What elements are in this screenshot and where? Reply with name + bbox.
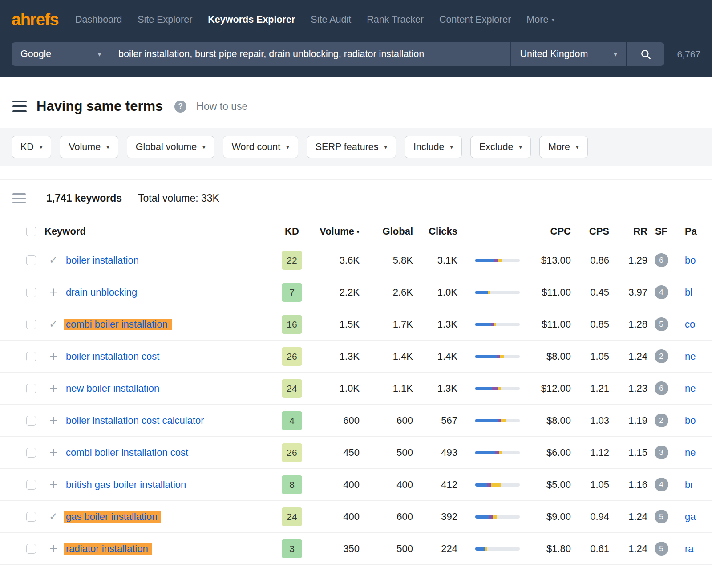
- ahrefs-logo[interactable]: ahrefs: [12, 10, 58, 29]
- filter-include[interactable]: Include▾: [405, 136, 462, 158]
- add-plus-icon[interactable]: +: [43, 286, 64, 299]
- add-plus-icon[interactable]: +: [43, 350, 64, 363]
- parent-topic-link[interactable]: ne: [685, 447, 696, 458]
- filter-word-count[interactable]: Word count▾: [223, 136, 298, 158]
- row-checkbox[interactable]: [26, 512, 36, 522]
- added-check-icon[interactable]: ✓: [43, 254, 64, 266]
- parent-topic-link[interactable]: ne: [685, 351, 696, 362]
- serp-features-count-badge: 4: [655, 285, 668, 299]
- search-button[interactable]: [627, 42, 664, 66]
- nav-item-site-explorer[interactable]: Site Explorer: [138, 14, 192, 25]
- keyword-link[interactable]: new boiler installation: [66, 383, 159, 394]
- clicks-value: 3.1K: [413, 255, 457, 266]
- added-check-icon[interactable]: ✓: [43, 511, 64, 523]
- keyword-link[interactable]: boiler installation cost: [66, 351, 159, 362]
- keyword-link[interactable]: boiler installation: [66, 255, 139, 266]
- row-checkbox[interactable]: [26, 416, 36, 426]
- filter-exclude[interactable]: Exclude▾: [470, 136, 531, 158]
- search-result-count: 6,767: [677, 42, 700, 66]
- volume-value: 400: [306, 511, 360, 523]
- add-plus-icon[interactable]: +: [43, 478, 64, 491]
- row-checkbox[interactable]: [26, 544, 36, 554]
- nav-item-content-explorer[interactable]: Content Explorer: [439, 14, 511, 25]
- list-options-icon[interactable]: [12, 193, 26, 203]
- parent-topic-link[interactable]: ne: [685, 383, 696, 394]
- add-plus-icon[interactable]: +: [43, 414, 64, 427]
- help-icon[interactable]: ?: [174, 101, 186, 113]
- column-header-keyword[interactable]: Keyword: [43, 226, 278, 237]
- parent-topic-link[interactable]: bo: [685, 415, 696, 426]
- parent-topic-link[interactable]: ra: [685, 543, 694, 554]
- parent-topic-link[interactable]: bl: [685, 287, 692, 298]
- add-plus-icon[interactable]: +: [43, 542, 64, 555]
- nav-item-more[interactable]: More▾: [526, 14, 554, 25]
- rr-value: 1.28: [609, 319, 647, 330]
- filter-serp-features[interactable]: SERP features▾: [307, 136, 396, 158]
- keyword-link[interactable]: boiler installation cost calculator: [66, 415, 204, 426]
- filter-global-volume[interactable]: Global volume▾: [127, 136, 214, 158]
- added-check-icon[interactable]: ✓: [43, 318, 64, 330]
- column-header-global[interactable]: Global: [360, 226, 413, 237]
- add-plus-icon[interactable]: +: [43, 382, 64, 395]
- parent-topic-link[interactable]: bo: [685, 255, 696, 266]
- select-all-checkbox[interactable]: [26, 227, 36, 236]
- parent-topic-link[interactable]: co: [685, 319, 695, 330]
- add-plus-icon[interactable]: +: [43, 446, 64, 459]
- rr-value: 1.23: [609, 383, 647, 394]
- chevron-down-icon: ▾: [106, 144, 109, 150]
- row-checkbox[interactable]: [26, 448, 36, 458]
- clicks-distribution-bar: [475, 515, 520, 519]
- column-header-parent-topic[interactable]: Pa: [675, 226, 712, 237]
- row-checkbox[interactable]: [26, 384, 36, 393]
- reports-menu-icon[interactable]: [12, 101, 27, 112]
- row-checkbox[interactable]: [26, 320, 36, 329]
- keywords-input[interactable]: boiler installation, burst pipe repair, …: [110, 42, 511, 66]
- clicks-value: 1.4K: [413, 351, 457, 362]
- filter-kd[interactable]: KD▾: [12, 136, 51, 158]
- keyword-link[interactable]: gas boiler installation: [64, 511, 161, 523]
- cps-value: 1.12: [571, 447, 609, 458]
- global-volume-value: 5.8K: [360, 255, 413, 266]
- country-label: United Kingdom: [520, 49, 588, 60]
- row-checkbox[interactable]: [26, 352, 36, 361]
- country-select[interactable]: United Kingdom ▾: [511, 42, 626, 66]
- nav-item-rank-tracker[interactable]: Rank Tracker: [367, 14, 424, 25]
- serp-features-count-badge: 5: [655, 542, 668, 556]
- filter-more[interactable]: More▾: [539, 136, 588, 158]
- filter-label: Global volume: [136, 142, 197, 153]
- clicks-value: 1.3K: [413, 319, 457, 330]
- column-header-rr[interactable]: RR: [609, 226, 647, 237]
- keyword-link[interactable]: combi boiler installation cost: [66, 447, 188, 458]
- rr-value: 3.97: [609, 287, 647, 298]
- row-checkbox[interactable]: [26, 255, 36, 265]
- column-header-volume[interactable]: Volume▾: [306, 226, 360, 237]
- clicks-value: 1.3K: [413, 383, 457, 394]
- nav-item-site-audit[interactable]: Site Audit: [311, 14, 351, 25]
- filter-label: Word count: [232, 142, 281, 153]
- column-header-sf[interactable]: SF: [647, 226, 675, 237]
- keyword-link[interactable]: combi boiler installation: [64, 319, 172, 330]
- row-checkbox[interactable]: [26, 480, 36, 490]
- column-header-clicks[interactable]: Clicks: [413, 226, 457, 237]
- global-volume-value: 1.1K: [360, 383, 413, 394]
- nav-item-dashboard[interactable]: Dashboard: [75, 14, 122, 25]
- cpc-value: $5.00: [520, 479, 571, 491]
- chevron-down-icon: ▾: [202, 144, 206, 150]
- rr-value: 1.19: [609, 415, 647, 426]
- parent-topic-link[interactable]: ga: [685, 511, 696, 522]
- row-checkbox[interactable]: [26, 288, 36, 297]
- column-header-cpc[interactable]: CPC: [520, 226, 571, 237]
- search-engine-select[interactable]: Google ▾: [12, 42, 110, 66]
- column-header-kd[interactable]: KD: [278, 226, 306, 237]
- keyword-link[interactable]: radiator installation: [64, 543, 152, 555]
- clicks-value: 392: [413, 511, 457, 523]
- keyword-link[interactable]: drain unblocking: [66, 287, 137, 298]
- how-to-use-link[interactable]: How to use: [196, 101, 247, 113]
- keyword-link[interactable]: british gas boiler installation: [66, 479, 186, 490]
- nav-item-keywords-explorer[interactable]: Keywords Explorer: [208, 14, 295, 25]
- filter-volume[interactable]: Volume▾: [60, 136, 118, 158]
- volume-value: 350: [306, 543, 360, 555]
- cps-value: 0.45: [571, 287, 609, 298]
- column-header-cps[interactable]: CPS: [571, 226, 609, 237]
- parent-topic-link[interactable]: br: [685, 479, 694, 490]
